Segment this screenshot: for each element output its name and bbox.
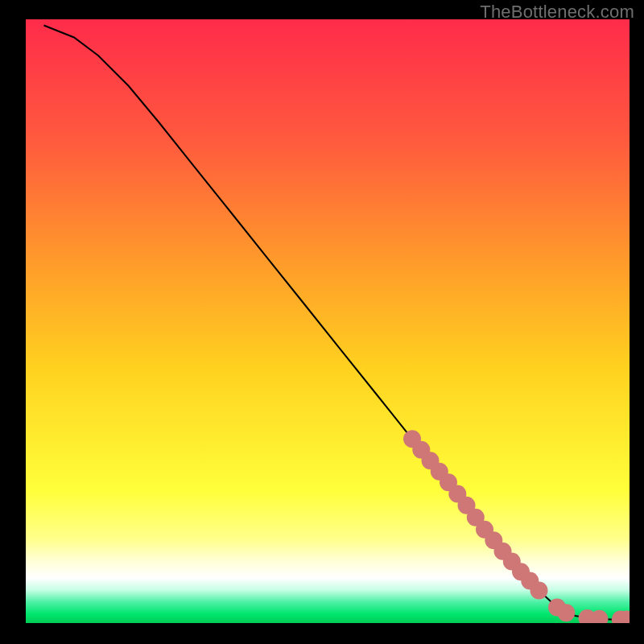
watermark-text: TheBottleneck.com <box>480 2 634 23</box>
chart-stage: TheBottleneck.com <box>0 0 644 644</box>
plot-background <box>26 19 630 623</box>
chart-svg <box>26 19 630 623</box>
data-marker <box>557 604 575 621</box>
data-marker <box>530 582 548 600</box>
